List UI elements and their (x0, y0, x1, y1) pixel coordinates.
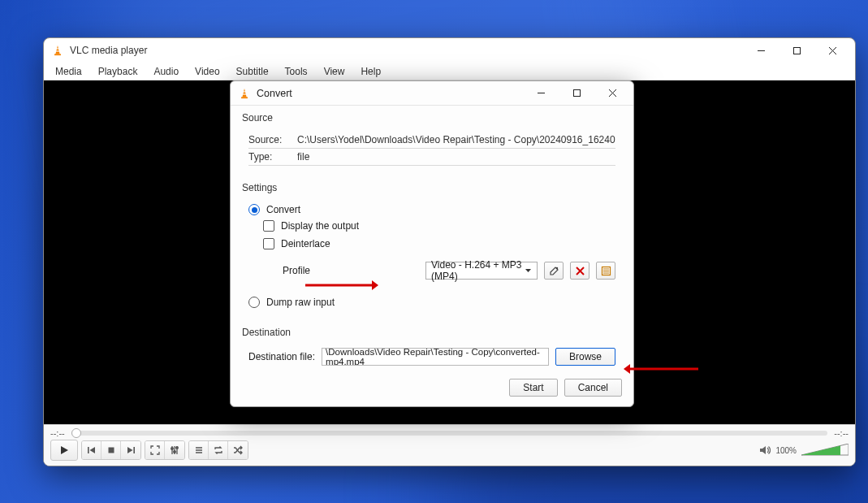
convert-label: Convert (266, 204, 300, 215)
display-output-checkbox[interactable]: Display the output (263, 218, 615, 234)
convert-dialog: Convert Source Source: C:\Users\Yodel\Do… (230, 80, 634, 407)
svg-marker-12 (127, 447, 133, 453)
play-button[interactable] (50, 440, 78, 461)
shuffle-button[interactable] (228, 441, 248, 459)
svg-rect-9 (88, 447, 89, 453)
volume-slider[interactable] (801, 444, 849, 457)
menu-tools[interactable]: Tools (277, 64, 316, 79)
deinterlace-label: Deinterlace (281, 238, 330, 249)
stop-button[interactable] (101, 441, 121, 459)
chevron-down-icon (525, 265, 532, 276)
speaker-icon (759, 444, 771, 456)
vlc-cone-icon (52, 45, 63, 56)
extended-settings-button[interactable] (165, 441, 184, 459)
menu-audio[interactable]: Audio (145, 64, 187, 79)
dialog-title: Convert (257, 88, 523, 99)
svg-marker-0 (55, 46, 59, 54)
svg-marker-8 (61, 446, 68, 454)
svg-point-17 (171, 448, 174, 450)
svg-rect-27 (243, 91, 246, 92)
radio-icon (248, 204, 260, 215)
type-label: Type: (248, 151, 289, 163)
playlist-button[interactable] (189, 441, 209, 459)
profile-select[interactable]: Video - H.264 + MP3 (MP4) (425, 262, 538, 280)
radio-icon (248, 297, 260, 308)
checkbox-icon (263, 238, 274, 249)
deinterlace-checkbox[interactable]: Deinterlace (263, 236, 615, 252)
destination-file-value: \Downloads\Video Repair\Testing - Copy\c… (326, 348, 545, 366)
source-row: Source: C:\Users\Yodel\Downloads\Video R… (248, 132, 615, 149)
dump-raw-label: Dump raw input (266, 297, 335, 308)
menu-subtitle[interactable]: Subtitle (228, 64, 277, 79)
destination-file-input[interactable]: \Downloads\Video Repair\Testing - Copy\c… (322, 348, 549, 366)
source-fieldset: Source Source: C:\Users\Yodel\Downloads\… (242, 112, 622, 172)
checkbox-icon (263, 220, 274, 232)
svg-rect-29 (241, 97, 248, 98)
source-label: Source: (248, 134, 289, 145)
cancel-button[interactable]: Cancel (564, 379, 622, 397)
destination-legend: Destination (242, 327, 622, 338)
dialog-minimize-button[interactable] (523, 82, 559, 105)
dialog-titlebar[interactable]: Convert (231, 81, 633, 106)
svg-rect-1 (56, 48, 59, 49)
dump-raw-radio[interactable]: Dump raw input (248, 294, 615, 310)
source-value: C:\Users\Yodel\Downloads\Video Repair\Te… (297, 134, 615, 145)
svg-rect-13 (133, 447, 135, 453)
window-title: VLC media player (70, 45, 743, 56)
volume-percent: 100% (775, 446, 797, 455)
settings-fieldset: Settings Convert Display the output Dein… (242, 182, 622, 317)
svg-rect-11 (108, 448, 114, 453)
volume-control[interactable]: 100% (759, 444, 849, 457)
dialog-maximize-button[interactable] (559, 82, 594, 105)
seek-slider[interactable] (71, 431, 828, 436)
destination-file-label: Destination file: (248, 351, 315, 362)
convert-radio[interactable]: Convert (248, 202, 615, 218)
time-total: --:-- (834, 428, 849, 438)
source-legend: Source (242, 112, 622, 124)
menu-help[interactable]: Help (352, 64, 389, 79)
time-elapsed: --:-- (50, 428, 65, 438)
menubar: Media Playback Audio Video Subtitle Tool… (44, 63, 855, 80)
browse-button[interactable]: Browse (555, 348, 615, 366)
edit-profile-button[interactable] (544, 262, 564, 280)
next-button[interactable] (121, 441, 140, 459)
fullscreen-button[interactable] (145, 441, 165, 459)
svg-marker-26 (242, 88, 246, 97)
menu-playback[interactable]: Playback (90, 64, 146, 79)
maximize-button[interactable] (779, 39, 814, 62)
close-button[interactable] (814, 39, 850, 62)
profile-value: Video - H.264 + MP3 (MP4) (431, 259, 525, 282)
menu-media[interactable]: Media (47, 64, 90, 79)
profile-label: Profile (283, 265, 331, 276)
svg-point-18 (174, 451, 176, 453)
previous-button[interactable] (82, 441, 101, 459)
settings-legend: Settings (242, 182, 622, 193)
svg-rect-2 (56, 50, 60, 51)
svg-marker-34 (525, 269, 531, 272)
bottom-bar: --:-- --:-- (44, 424, 855, 466)
svg-point-35 (555, 267, 557, 268)
dialog-close-button[interactable] (594, 82, 630, 105)
svg-rect-3 (54, 54, 61, 55)
vlc-cone-icon (239, 88, 250, 99)
svg-rect-28 (243, 93, 247, 94)
svg-rect-31 (573, 90, 580, 97)
display-output-label: Display the output (281, 220, 359, 232)
svg-rect-5 (793, 47, 800, 54)
minimize-button[interactable] (743, 39, 779, 62)
new-profile-button[interactable] (596, 262, 615, 280)
start-button[interactable]: Start (509, 379, 557, 397)
menu-view[interactable]: View (316, 64, 353, 79)
type-value: file (297, 151, 615, 163)
delete-profile-button[interactable] (570, 262, 589, 280)
loop-button[interactable] (209, 441, 228, 459)
svg-marker-10 (89, 447, 95, 453)
type-row: Type: file (248, 149, 615, 166)
menu-video[interactable]: Video (187, 64, 227, 79)
destination-fieldset: Destination Destination file: \Downloads… (242, 327, 622, 366)
svg-marker-23 (760, 446, 766, 454)
svg-point-19 (176, 447, 179, 449)
titlebar[interactable]: VLC media player (44, 38, 855, 63)
